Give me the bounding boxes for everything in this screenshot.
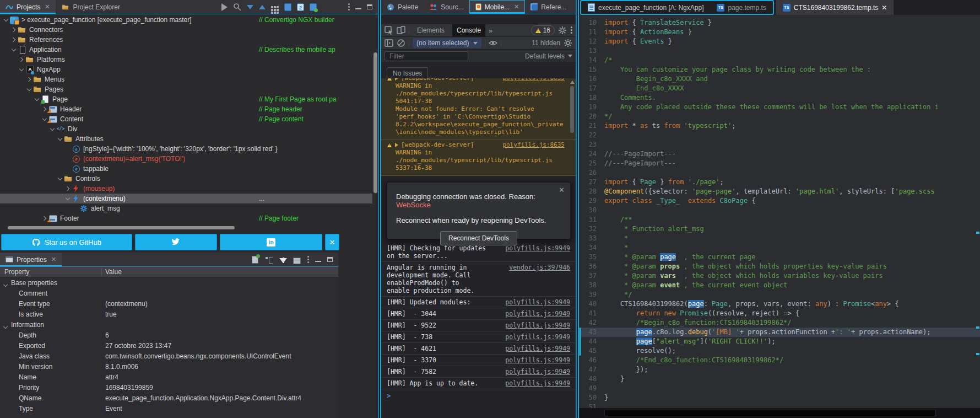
line-number[interactable]: 19 bbox=[579, 103, 604, 112]
property-row[interactable]: Exported27 octobre 2023 13:47 bbox=[0, 340, 338, 351]
expander-icon[interactable] bbox=[64, 185, 72, 192]
line-number[interactable]: 20 bbox=[579, 112, 604, 121]
line-number[interactable]: 18 bbox=[579, 93, 604, 103]
table-settings-icon[interactable] bbox=[293, 258, 301, 264]
tab-project-explorer[interactable]: Project Explorer bbox=[56, 0, 126, 14]
property-row[interactable]: Is activetrue bbox=[0, 309, 338, 319]
expander-icon[interactable] bbox=[48, 125, 56, 133]
new-property-icon[interactable] bbox=[252, 256, 258, 264]
property-group-row[interactable]: Base properties bbox=[0, 277, 338, 288]
view-menu-icon[interactable] bbox=[348, 3, 350, 12]
line-number[interactable]: 36 bbox=[579, 262, 604, 271]
code-editor[interactable]: 10import { TranslateService }11import { … bbox=[579, 15, 980, 408]
source-link[interactable]: polyfills.js:9949 bbox=[500, 310, 570, 318]
close-icon[interactable]: ✕ bbox=[51, 256, 56, 263]
line-number[interactable]: 38 bbox=[579, 281, 604, 290]
filter-input[interactable] bbox=[385, 51, 468, 61]
tab-references[interactable]: Refere... bbox=[525, 0, 572, 14]
line-number[interactable]: 24 bbox=[579, 149, 604, 159]
expander-icon[interactable] bbox=[18, 56, 25, 63]
line-number[interactable]: 29 bbox=[579, 196, 604, 206]
context-selector[interactable]: (no item selected) bbox=[413, 38, 481, 48]
expander-icon[interactable] bbox=[25, 85, 33, 93]
inspect-icon[interactable] bbox=[385, 26, 393, 35]
scroll-thumb[interactable] bbox=[604, 410, 936, 416]
line-number[interactable]: 23 bbox=[579, 140, 604, 149]
tree-item[interactable]: > execute_page_function [execute_page_fu… bbox=[0, 15, 372, 25]
tree-mode-icon[interactable] bbox=[264, 255, 273, 264]
line-number[interactable]: 32 bbox=[579, 224, 604, 234]
run-icon[interactable] bbox=[221, 3, 228, 11]
console-scrollbar[interactable] bbox=[570, 81, 575, 180]
source-link[interactable]: polyfills.js:9949 bbox=[500, 333, 570, 341]
line-number[interactable]: 17 bbox=[579, 84, 604, 93]
no-issues-badge[interactable]: No Issues bbox=[387, 67, 428, 79]
editor-horizontal-scrollbar[interactable] bbox=[579, 408, 980, 418]
line-number[interactable]: 37 bbox=[579, 271, 604, 281]
github-star-button[interactable]: Star us on GitHub bbox=[1, 234, 132, 250]
grid-icon[interactable] bbox=[271, 6, 273, 8]
expander-icon[interactable] bbox=[56, 175, 64, 183]
line-number[interactable]: 15 bbox=[579, 65, 604, 74]
line-number[interactable]: 35 bbox=[579, 253, 604, 262]
property-row[interactable]: Min version8.1.0.m006 bbox=[0, 361, 338, 372]
expander-icon[interactable] bbox=[395, 78, 398, 81]
line-number[interactable]: 33 bbox=[579, 234, 604, 243]
line-number[interactable]: 34 bbox=[579, 243, 604, 253]
source-link[interactable]: polyfills.js:9949 bbox=[500, 244, 570, 260]
tree-item[interactable]: Footer// Page footer bbox=[0, 213, 372, 223]
close-icon[interactable]: ✕ bbox=[45, 3, 50, 10]
maximize-icon[interactable] bbox=[367, 4, 372, 9]
property-row[interactable]: Comment bbox=[0, 288, 338, 298]
more-panels-icon[interactable]: » bbox=[489, 26, 492, 35]
line-number[interactable]: 30 bbox=[579, 206, 604, 215]
clear-console-icon[interactable] bbox=[397, 39, 405, 47]
expander-icon[interactable] bbox=[33, 95, 41, 103]
refresh-project-icon[interactable]: 2 bbox=[297, 3, 304, 11]
source-link[interactable]: polyfills.js:9949 bbox=[500, 345, 570, 352]
tree-item[interactable]: Header// Page header bbox=[0, 104, 372, 114]
line-number[interactable]: 47 bbox=[579, 365, 604, 374]
banner-close-button[interactable]: ✕ bbox=[325, 234, 339, 250]
close-icon[interactable]: ✕ bbox=[881, 4, 887, 12]
line-number[interactable]: 40 bbox=[579, 299, 604, 309]
tree-item[interactable]: Attributes bbox=[0, 134, 372, 144]
line-number[interactable]: 48 bbox=[579, 374, 604, 384]
property-row[interactable]: Priority1698403199859 bbox=[0, 382, 338, 393]
tree-item[interactable]: Content// Page content bbox=[0, 114, 372, 124]
expander-icon[interactable] bbox=[10, 26, 18, 34]
maximize-icon[interactable] bbox=[327, 257, 333, 262]
line-number[interactable]: 11 bbox=[579, 28, 604, 37]
line-number[interactable]: 25 bbox=[579, 159, 604, 168]
line-number[interactable]: 46 bbox=[579, 356, 604, 365]
tree-item[interactable]: (contextmenu)=alert_msg('TOTO!') bbox=[0, 154, 372, 164]
overview-ruler-mark[interactable] bbox=[976, 353, 979, 355]
expander-icon[interactable] bbox=[56, 135, 64, 143]
tree-item[interactable]: NgxApp bbox=[0, 65, 372, 74]
tree-item[interactable]: Connectors bbox=[0, 25, 372, 35]
line-number[interactable]: 27 bbox=[579, 178, 604, 187]
settings-gear-icon[interactable] bbox=[558, 26, 567, 35]
tab-sources[interactable]: Sourc... bbox=[424, 0, 469, 14]
scroll-thumb[interactable] bbox=[570, 86, 574, 133]
line-number[interactable]: 10 bbox=[579, 18, 604, 28]
line-number[interactable]: 43 bbox=[579, 328, 604, 337]
line-number[interactable]: 50 bbox=[579, 393, 604, 403]
tab-projects[interactable]: Projects ✕ bbox=[0, 0, 56, 14]
tab-properties[interactable]: Properties ✕ bbox=[0, 253, 62, 266]
expander-icon[interactable] bbox=[10, 46, 18, 53]
line-number[interactable]: 39 bbox=[579, 290, 604, 299]
devtools-menu-icon[interactable] bbox=[570, 26, 572, 35]
property-row[interactable]: Java classcom.twinsoft.convertigo.beans.… bbox=[0, 351, 338, 361]
property-row[interactable]: Event type(contextmenu) bbox=[0, 298, 338, 309]
line-number[interactable]: 44 bbox=[579, 337, 604, 346]
expander-icon[interactable] bbox=[64, 195, 72, 202]
property-row[interactable]: TypeEvent bbox=[0, 403, 338, 414]
tab-mobile[interactable]: Mobile... ✕ bbox=[469, 0, 526, 14]
line-number[interactable]: 51 bbox=[579, 403, 604, 408]
line-number[interactable]: 41 bbox=[579, 309, 604, 318]
tab-console[interactable]: Console bbox=[452, 24, 485, 37]
tree-item[interactable]: </>Div bbox=[0, 124, 372, 134]
expander-icon[interactable] bbox=[395, 143, 398, 147]
line-number[interactable]: 26 bbox=[579, 168, 604, 178]
